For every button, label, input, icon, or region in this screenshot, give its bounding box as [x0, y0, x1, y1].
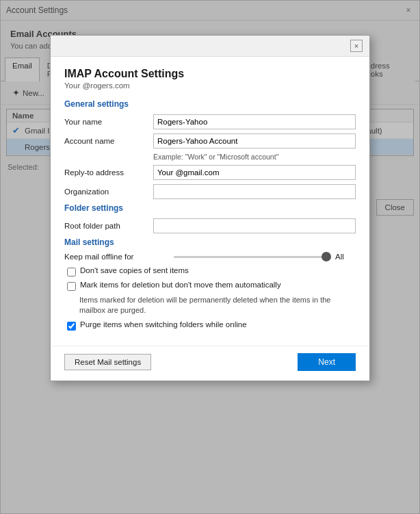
root-folder-row: Root folder path: [64, 218, 356, 233]
organization-row: Organization: [64, 184, 356, 199]
purge-items-checkbox[interactable]: [67, 322, 76, 331]
organization-input[interactable]: [153, 184, 356, 199]
modal-close-button[interactable]: ×: [350, 40, 363, 52]
reply-to-row: Reply-to address: [64, 165, 356, 180]
modal-main-title: IMAP Account Settings: [64, 68, 356, 80]
no-copies-row: Don't save copies of sent items: [64, 266, 356, 277]
organization-label: Organization: [64, 188, 153, 196]
account-name-row: Account name: [64, 133, 356, 149]
keep-offline-label: Keep mail offline for: [64, 253, 174, 261]
reply-to-label: Reply-to address: [64, 168, 153, 177]
your-name-input[interactable]: [153, 114, 356, 129]
reset-mail-settings-button[interactable]: Reset Mail settings: [64, 354, 151, 370]
general-settings-label: General settings: [64, 99, 356, 109]
purge-items-row: Purge items when switching folders while…: [64, 320, 356, 331]
your-name-label: Your name: [64, 118, 153, 126]
folder-settings-label: Folder settings: [64, 203, 356, 213]
keep-offline-slider[interactable]: [174, 256, 331, 258]
mark-deletion-label: Mark items for deletion but don't move t…: [80, 281, 281, 289]
root-folder-input[interactable]: [153, 218, 356, 233]
mark-deletion-row: Mark items for deletion but don't move t…: [64, 281, 356, 291]
reply-to-input[interactable]: [153, 165, 356, 180]
slider-container: All: [174, 253, 356, 261]
mail-settings-label: Mail settings: [64, 237, 356, 247]
mark-deletion-sub: Items marked for deletion will be perman…: [79, 295, 356, 316]
modal-body: IMAP Account Settings Your @rogers.com G…: [51, 57, 369, 346]
imap-settings-modal: × IMAP Account Settings Your @rogers.com…: [50, 35, 370, 381]
modal-title-bar: ×: [51, 36, 369, 57]
modal-overlay: × IMAP Account Settings Your @rogers.com…: [1, 1, 419, 513]
no-copies-label: Don't save copies of sent items: [80, 266, 189, 274]
modal-footer: Reset Mail settings Next: [51, 346, 369, 381]
your-name-row: Your name: [64, 114, 356, 129]
no-copies-checkbox[interactable]: [67, 268, 76, 277]
keep-offline-row: Keep mail offline for All: [64, 253, 356, 261]
account-name-hint: Example: "Work" or "Microsoft account": [153, 153, 356, 161]
purge-items-label: Purge items when switching folders while…: [80, 320, 247, 329]
account-name-label: Account name: [64, 137, 153, 145]
account-settings-window: Account Settings × Email Accounts You ca…: [0, 0, 420, 514]
account-name-input[interactable]: [153, 133, 356, 149]
root-folder-label: Root folder path: [64, 222, 153, 230]
modal-subtitle: Your @rogers.com: [64, 81, 356, 90]
next-button[interactable]: Next: [298, 353, 356, 371]
mark-deletion-checkbox[interactable]: [67, 282, 76, 291]
keep-offline-value: All: [335, 253, 356, 261]
